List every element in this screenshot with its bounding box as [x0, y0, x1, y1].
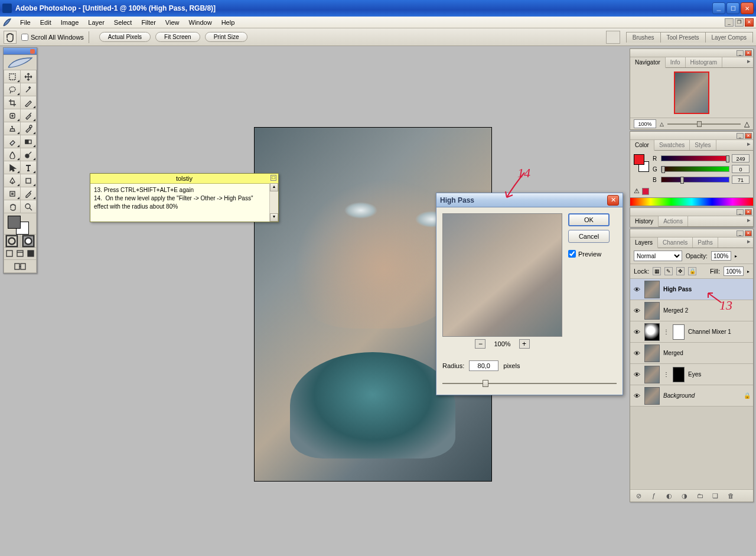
- link-layers-icon[interactable]: ⊘: [634, 492, 643, 500]
- toolbox-header[interactable]: [4, 48, 37, 55]
- lock-position-icon[interactable]: ✥: [676, 267, 685, 275]
- marquee-tool[interactable]: [4, 70, 20, 83]
- panel-close[interactable]: ✕: [745, 230, 752, 236]
- slice-tool[interactable]: [20, 96, 37, 109]
- palette-tab-tool-presets[interactable]: Tool Presets: [660, 32, 706, 43]
- blur-tool[interactable]: [4, 148, 20, 161]
- layer-row[interactable]: 👁Background🔒: [630, 385, 753, 407]
- g-slider[interactable]: [661, 166, 729, 172]
- ok-button[interactable]: OK: [568, 213, 610, 226]
- brush-tool[interactable]: [20, 109, 37, 122]
- visibility-icon[interactable]: 👁: [633, 349, 641, 357]
- layer-name[interactable]: Background: [663, 392, 740, 399]
- palette-well-icon[interactable]: [606, 31, 620, 44]
- panel-close[interactable]: ✕: [745, 50, 752, 56]
- crop-tool[interactable]: [4, 96, 20, 109]
- doc-restore-button[interactable]: ❐: [735, 18, 744, 27]
- tab-history[interactable]: History: [630, 216, 659, 227]
- layer-name[interactable]: Merged: [663, 350, 751, 356]
- path-selection-tool[interactable]: [4, 161, 20, 174]
- note-titlebar[interactable]: tolstiy □: [90, 174, 278, 184]
- palette-tab-brushes[interactable]: Brushes: [626, 32, 661, 43]
- layer-thumbnail[interactable]: [644, 387, 660, 405]
- panel-minimize[interactable]: _: [737, 230, 744, 236]
- eyedropper-tool[interactable]: [20, 187, 37, 200]
- type-tool[interactable]: [20, 161, 37, 174]
- menu-filter[interactable]: Filter: [136, 18, 160, 27]
- link-icon[interactable]: ⋮: [663, 329, 669, 335]
- navigator-zoom-slider[interactable]: [667, 121, 741, 127]
- zoom-in-icon[interactable]: △: [744, 120, 750, 128]
- close-button[interactable]: ✕: [741, 2, 754, 14]
- zoom-out-button[interactable]: −: [475, 339, 485, 349]
- new-group-icon[interactable]: 🗀: [695, 492, 705, 500]
- tab-swatches[interactable]: Swatches: [654, 140, 690, 150]
- note-scroll-up[interactable]: ▴: [270, 183, 278, 191]
- panel-menu-icon[interactable]: ▸: [745, 57, 753, 67]
- cancel-button[interactable]: Cancel: [568, 230, 610, 243]
- scroll-all-checkbox[interactable]: Scroll All Windows: [21, 34, 84, 41]
- new-layer-icon[interactable]: ❏: [711, 492, 720, 500]
- radius-slider-thumb[interactable]: [483, 380, 488, 387]
- r-slider[interactable]: [661, 155, 729, 161]
- visibility-icon[interactable]: 👁: [633, 307, 641, 315]
- g-value[interactable]: 0: [732, 165, 750, 173]
- menu-layer[interactable]: Layer: [83, 18, 109, 27]
- navigator-thumbnail[interactable]: [674, 71, 709, 114]
- menu-help[interactable]: Help: [217, 18, 240, 27]
- visibility-icon[interactable]: 👁: [633, 285, 641, 294]
- menu-image[interactable]: Image: [56, 18, 84, 27]
- menu-edit[interactable]: Edit: [35, 18, 56, 27]
- panel-minimize[interactable]: _: [737, 133, 744, 139]
- hand-tool[interactable]: [4, 200, 20, 213]
- notes-tool[interactable]: [4, 187, 20, 200]
- palette-tab-layer-comps[interactable]: Layer Comps: [705, 32, 753, 43]
- layer-thumbnail[interactable]: [644, 281, 660, 298]
- layer-mask-thumbnail[interactable]: [673, 367, 685, 382]
- layer-thumbnail[interactable]: [644, 302, 660, 320]
- menu-select[interactable]: Select: [109, 18, 137, 27]
- pen-tool[interactable]: [4, 174, 20, 187]
- tab-navigator[interactable]: Navigator: [630, 57, 666, 68]
- layer-row[interactable]: 👁⋮Eyes: [630, 364, 753, 385]
- jump-to-imageready[interactable]: [4, 260, 37, 273]
- panel-minimize[interactable]: _: [737, 209, 744, 215]
- dodge-tool[interactable]: [20, 148, 37, 161]
- zoom-out-icon[interactable]: △: [660, 121, 664, 127]
- note-close-button[interactable]: □: [271, 175, 276, 181]
- lock-paint-icon[interactable]: ✎: [664, 267, 673, 275]
- tab-color[interactable]: Color: [630, 140, 654, 151]
- zoom-tool[interactable]: [20, 200, 37, 213]
- navigator-zoom-input[interactable]: [634, 119, 656, 128]
- fit-screen-button[interactable]: Fit Screen: [155, 32, 200, 42]
- visibility-icon[interactable]: 👁: [633, 392, 641, 400]
- panel-close[interactable]: ✕: [745, 133, 752, 139]
- actual-pixels-button[interactable]: Actual Pixels: [99, 32, 151, 42]
- layer-name[interactable]: Eyes: [688, 371, 751, 378]
- layer-row[interactable]: 👁High Pass: [630, 279, 753, 300]
- layer-name[interactable]: Channel Mixer 1: [688, 329, 751, 335]
- eraser-tool[interactable]: [4, 135, 20, 148]
- tab-actions[interactable]: Actions: [659, 216, 688, 226]
- move-tool[interactable]: [20, 70, 37, 83]
- print-size-button[interactable]: Print Size: [205, 32, 248, 42]
- fill-flyout-icon[interactable]: ▸: [747, 269, 750, 274]
- layer-row[interactable]: 👁Merged: [630, 343, 753, 364]
- link-icon[interactable]: ⋮: [663, 371, 669, 378]
- opacity-input[interactable]: [711, 251, 731, 261]
- note-scroll-down[interactable]: ▾: [270, 213, 278, 222]
- opacity-flyout-icon[interactable]: ▸: [735, 253, 737, 259]
- gradient-tool[interactable]: [20, 135, 37, 148]
- radius-input[interactable]: [469, 360, 498, 371]
- zoom-in-button[interactable]: +: [519, 339, 530, 349]
- healing-brush-tool[interactable]: [4, 109, 20, 122]
- tab-layers[interactable]: Layers: [630, 238, 658, 248]
- minimize-button[interactable]: ＿: [712, 2, 725, 14]
- panel-menu-icon[interactable]: ▸: [745, 140, 753, 150]
- tab-paths[interactable]: Paths: [693, 238, 718, 248]
- blend-mode-select[interactable]: Normal: [634, 251, 682, 261]
- magic-wand-tool[interactable]: [20, 83, 37, 96]
- visibility-icon[interactable]: 👁: [633, 370, 641, 379]
- layer-thumbnail[interactable]: [644, 366, 660, 383]
- dialog-close-button[interactable]: ✕: [607, 195, 619, 206]
